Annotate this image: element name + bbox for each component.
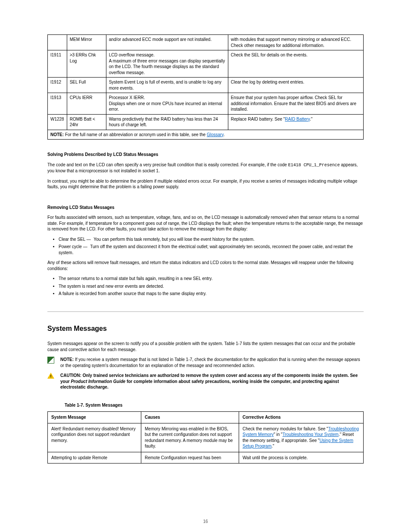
caution-block: CAUTION: Only trained service technician…	[47, 373, 364, 395]
page-number: 16	[0, 519, 411, 525]
code-cell: I1912	[48, 78, 67, 93]
col-header: System Message	[48, 412, 141, 423]
warning-icon	[47, 373, 54, 379]
code-cell: W1228	[48, 114, 67, 130]
causes-cell: LCD overflow message. A maximum of three…	[106, 50, 228, 78]
actions-cell: Check the SEL for details on the events.	[228, 50, 363, 78]
msg-cell: Attempting to update Remote	[48, 452, 141, 464]
conditions-list: The sensor returns to a normal state but…	[59, 276, 364, 297]
system-messages-heading: System Messages	[47, 324, 364, 333]
note-block: NOTE: If you receive a system message th…	[47, 357, 364, 373]
text-cell: CPUs IERR	[67, 93, 106, 115]
actions-cell: Clear the log by deleting event entries.	[228, 78, 363, 93]
solving-section: Solving Problems Described by LCD Status…	[47, 152, 364, 190]
actions-cell: Replace RAID battery. See "RAID Battery.…	[228, 114, 363, 130]
causes-cell: and/or advanced ECC mode support are not…	[106, 35, 228, 50]
table-row: Alert! Redundant memory disabled! Memory…	[48, 423, 364, 452]
list-item: A failure is recorded from another sourc…	[59, 291, 364, 297]
system-messages-intro: System messages appear on the screen to …	[47, 341, 364, 352]
msg-cell: Alert! Redundant memory disabled! Memory…	[48, 423, 141, 452]
actions-cell: Wait until the process is complete.	[239, 452, 364, 464]
actions-cell: Ensure that your system has proper airfl…	[228, 93, 363, 115]
table-title: Table 1-7. System Messages	[65, 402, 364, 408]
text-cell: SEL Full	[67, 78, 106, 93]
code-cell	[48, 35, 67, 50]
causes-cell: Warns predictively that the RAID battery…	[106, 114, 228, 130]
causes-cell: Remote Configuration request has been	[141, 452, 239, 464]
note-icon	[47, 357, 54, 364]
solving-p2: In contrast, you might be able to determ…	[47, 178, 364, 190]
list-item: Clear the SEL — You can perform this tas…	[59, 236, 364, 243]
text-cell: ROMB Batt < 24hr	[67, 114, 106, 130]
removing-heading: Removing LCD Status Messages	[47, 205, 364, 211]
list-item: The system is reset and new error events…	[59, 283, 364, 289]
system-messages-table: System Message Causes Corrective Actions…	[47, 411, 364, 464]
divider	[47, 311, 364, 312]
causes-cell: Memory Mirroring was enabled in the BIOS…	[141, 423, 239, 452]
caution-text: CAUTION: Only trained service technician…	[60, 373, 364, 395]
code-cell: I1913	[48, 93, 67, 115]
solving-heading: Solving Problems Described by LCD Status…	[47, 152, 364, 158]
causes-cell: System Event Log is full of events, and …	[106, 78, 228, 93]
text-cell: MEM Mirror	[67, 35, 106, 50]
text-cell: >3 ERRs Chk Log	[67, 50, 106, 78]
solving-p1: The code and text on the LCD can often s…	[47, 162, 364, 174]
table-row: Attempting to update Remote Remote Confi…	[48, 452, 364, 464]
actions-cell: with modules that support memory mirrori…	[228, 35, 363, 50]
list-item: The sensor returns to a normal state but…	[59, 276, 364, 282]
removing-after: Any of these actions will remove fault m…	[47, 260, 364, 271]
table-note: NOTE: For the full name of an abbreviati…	[48, 130, 364, 140]
code-cell: I1911	[48, 50, 67, 78]
removing-intro: For faults associated with sensors, such…	[47, 215, 364, 232]
col-header: Corrective Actions	[239, 412, 364, 423]
actions-cell: Check the memory modules for failure. Se…	[239, 423, 364, 452]
lcd-codes-table: MEM Mirror and/or advanced ECC mode supp…	[47, 34, 364, 140]
col-header: Causes	[141, 412, 239, 423]
removing-list: Clear the SEL — You can perform this tas…	[59, 236, 364, 256]
causes-cell: Processor X IERR. Displays when one or m…	[106, 93, 228, 115]
list-item: Power cycle — Turn off the system and di…	[59, 244, 364, 255]
note-text: NOTE: If you receive a system message th…	[60, 357, 364, 373]
